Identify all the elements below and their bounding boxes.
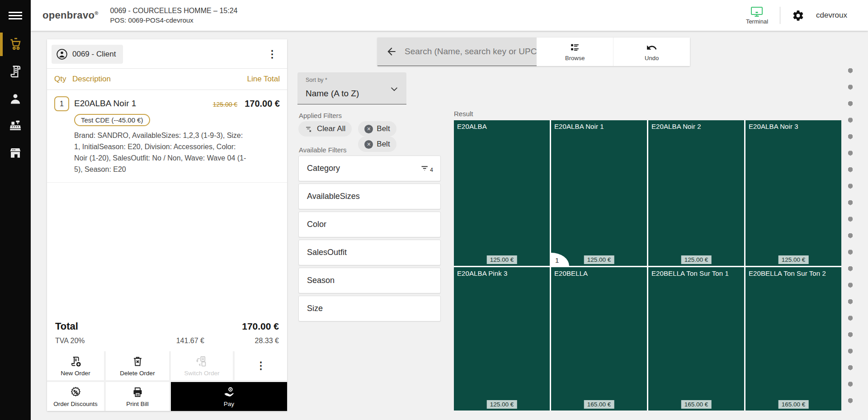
- filter-card-label: AvailableSizes: [307, 192, 360, 201]
- qty-column-header: Qty: [54, 75, 72, 84]
- tax-amount: 28.33 €: [204, 337, 279, 345]
- filter-card[interactable]: AvailableSizes: [298, 184, 441, 209]
- product-tile[interactable]: E20ALBA Noir 3 125.00 €: [745, 120, 841, 266]
- print-bill-button[interactable]: Print Bill: [106, 382, 169, 411]
- applied-filters-title: Applied Filters: [299, 112, 342, 119]
- product-tile[interactable]: E20ALBA Pink 3 125.00 €: [454, 267, 550, 411]
- filter-card-label: Category: [307, 164, 340, 173]
- back-arrow-icon[interactable]: [386, 46, 397, 57]
- product-price: 125.00 €: [487, 255, 517, 264]
- sort-by-label: Sort by *: [306, 77, 327, 83]
- settings-gear-icon[interactable]: [792, 9, 804, 22]
- product-grid: E20ALBA 125.00 € E20ALBA Noir 1 1 125.00…: [454, 120, 841, 411]
- product-tile[interactable]: E20ALBA Noir 2 125.00 €: [648, 120, 744, 266]
- order-table-header: Qty Description Line Total: [47, 68, 287, 90]
- chevron-down-icon: [389, 84, 399, 94]
- clear-all-label: Clear All: [317, 124, 345, 133]
- search-field-container: [377, 38, 537, 66]
- filter-card-label: Size: [307, 304, 323, 313]
- print-bill-icon: [132, 386, 144, 398]
- app-sidebar: [0, 0, 31, 420]
- filter-card[interactable]: Color: [298, 212, 441, 237]
- browse-icon: [569, 42, 580, 53]
- remove-filter-icon[interactable]: ✕: [364, 140, 373, 149]
- filter-card[interactable]: SalesOutfit: [298, 240, 441, 265]
- line-total-value: 170.00 €: [245, 99, 280, 109]
- filter-card[interactable]: Category 4: [298, 156, 441, 181]
- product-price: 165.00 €: [584, 400, 614, 409]
- description-column-header: Description: [72, 75, 247, 84]
- pos-identifier: POS: 0069-POS4-cdevroux: [110, 16, 238, 24]
- product-tile[interactable]: E20BELLA 165.00 €: [551, 267, 647, 411]
- clear-filter-icon: [305, 125, 313, 133]
- filter-active-indicator: 4: [420, 164, 433, 173]
- filter-card[interactable]: Size: [298, 296, 441, 321]
- undo-icon: [646, 42, 657, 53]
- terminal-status-button[interactable]: Terminal: [746, 6, 768, 25]
- product-price: 125.00 €: [778, 255, 809, 264]
- available-filters-title: Available Filters: [299, 146, 347, 154]
- sidebar-item-cash-register[interactable]: [0, 112, 31, 139]
- client-button[interactable]: 0069 - Client: [52, 45, 123, 64]
- tax-base: 141.67 €: [132, 337, 204, 345]
- product-price: 125.00 €: [681, 255, 712, 264]
- topbar-divider: [780, 7, 780, 24]
- remove-filter-icon[interactable]: ✕: [364, 125, 373, 133]
- current-user[interactable]: cdevroux: [816, 11, 847, 20]
- openbravo-logo: openbravo®: [42, 9, 99, 21]
- terminal-label: Terminal: [746, 18, 768, 25]
- product-name: E20ALBA Noir 1: [551, 120, 647, 132]
- order-menu-kebab-icon[interactable]: ⋮: [263, 49, 282, 59]
- applied-filter-chip[interactable]: ✕ Belt: [358, 137, 396, 152]
- new-order-button[interactable]: New Order: [47, 351, 104, 380]
- product-tile[interactable]: E20ALBA Noir 1 1 125.00 €: [551, 120, 647, 266]
- product-name: E20ALBA Noir 2: [648, 120, 744, 132]
- order-discounts-button[interactable]: Order Discounts: [47, 382, 104, 411]
- order-actions: New Order Delete Order Switch Order ⋮: [47, 351, 287, 411]
- applied-filter-chip[interactable]: ✕ Belt: [358, 121, 396, 137]
- product-name: E20ALBA Noir 3: [745, 120, 841, 132]
- sidebar-item-store[interactable]: [0, 139, 31, 166]
- browse-button[interactable]: Browse: [537, 38, 613, 66]
- product-tile[interactable]: E20ALBA 125.00 €: [454, 120, 550, 266]
- filter-count: 4: [430, 167, 433, 173]
- browse-label: Browse: [565, 55, 585, 61]
- product-name: E20BELLA Ton Sur Ton 2: [745, 267, 841, 279]
- pay-icon: [223, 386, 235, 398]
- filter-card[interactable]: Season: [298, 268, 441, 293]
- clear-all-filters-button[interactable]: Clear All: [298, 121, 352, 137]
- search-input[interactable]: [405, 47, 537, 57]
- filter-funnel-icon: [420, 164, 429, 173]
- pay-button[interactable]: Pay: [171, 382, 287, 411]
- product-price: 165.00 €: [778, 400, 809, 409]
- line-product-name: E20ALBA Noir 1: [74, 96, 136, 109]
- product-tile[interactable]: E20BELLA Ton Sur Ton 1 165.00 €: [648, 267, 744, 411]
- cash-register-icon: [8, 118, 23, 133]
- product-tile[interactable]: E20BELLA Ton Sur Ton 2 165.00 €: [745, 267, 841, 411]
- more-actions-kebab-icon[interactable]: ⋮: [235, 351, 287, 380]
- sidebar-item-sales[interactable]: [0, 31, 31, 58]
- undo-label: Undo: [645, 55, 659, 61]
- filter-card-label: SalesOutfit: [307, 248, 347, 257]
- order-total-row: Total 170.00 €: [47, 321, 287, 332]
- switch-order-button[interactable]: Switch Order: [171, 351, 233, 380]
- sidebar-item-customers[interactable]: [0, 85, 31, 112]
- sidebar-item-orders[interactable]: [0, 58, 31, 85]
- undo-button[interactable]: Undo: [613, 38, 690, 66]
- total-label: Total: [55, 321, 78, 332]
- delete-order-button[interactable]: Delete Order: [106, 351, 169, 380]
- line-product-details: Brand: SANDRO, AvailableSizes: 1,2,3 (1-…: [74, 130, 249, 175]
- sort-by-select[interactable]: Sort by * Name (A to Z): [297, 72, 406, 104]
- product-price: 125.00 €: [487, 400, 517, 409]
- product-name: E20BELLA: [551, 267, 647, 279]
- client-person-icon: [56, 48, 68, 60]
- line-qty: 1: [54, 96, 69, 111]
- order-discounts-icon: [70, 386, 82, 398]
- client-button-label: 0069 - Client: [72, 50, 116, 59]
- scroll-indicator-dots[interactable]: [848, 67, 853, 413]
- order-line-item[interactable]: 1 E20ALBA Noir 1 125.00 € 170.00 € Test …: [47, 90, 287, 183]
- menu-button[interactable]: [0, 0, 31, 31]
- product-name: E20ALBA: [454, 120, 550, 132]
- applied-filter-label: Belt: [377, 140, 390, 149]
- total-value: 170.00 €: [242, 321, 279, 332]
